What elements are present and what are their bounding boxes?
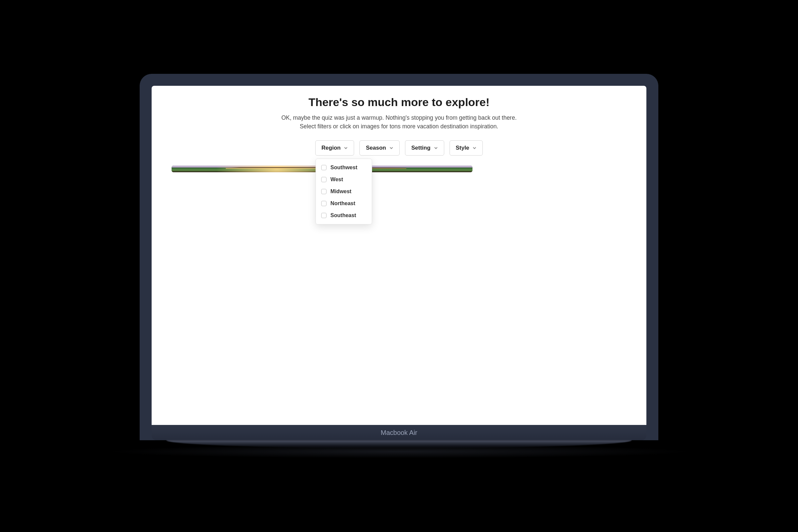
region-option-southeast[interactable]: Southeast (316, 209, 372, 222)
region-checkbox-southwest[interactable] (321, 165, 326, 170)
filter-setting-label: Setting (411, 145, 431, 151)
laptop-screen: There's so much more to explore! OK, may… (152, 86, 646, 425)
region-option-label: Northeast (330, 201, 356, 207)
chevron-down-icon (434, 146, 438, 150)
laptop-bezel: There's so much more to explore! OK, may… (140, 74, 658, 440)
region-option-northeast[interactable]: Northeast (316, 197, 372, 209)
page-content: There's so much more to explore! OK, may… (152, 86, 646, 179)
region-option-label: Southwest (330, 165, 358, 171)
region-checkbox-southeast[interactable] (321, 213, 326, 218)
laptop-mockup: There's so much more to explore! OK, may… (140, 74, 658, 458)
filter-season-label: Season (366, 145, 386, 151)
page-heading: There's so much more to explore! (172, 96, 626, 109)
filter-region[interactable]: Region Southwest West (315, 140, 355, 156)
filter-style[interactable]: Style (450, 140, 483, 156)
region-option-label: West (330, 176, 343, 183)
region-checkbox-northeast[interactable] (321, 201, 326, 206)
region-option-west[interactable]: West (316, 174, 372, 186)
filter-bar: Region Southwest West (172, 140, 626, 156)
laptop-base: Macbook Air (152, 425, 646, 440)
filter-season[interactable]: Season (359, 140, 399, 156)
chevron-down-icon (390, 146, 393, 150)
region-option-label: Southeast (330, 212, 356, 218)
region-option-label: Midwest (330, 189, 352, 194)
chevron-down-icon (344, 146, 348, 150)
region-option-southwest[interactable]: Southwest (316, 162, 372, 174)
filter-setting[interactable]: Setting (405, 140, 444, 156)
filter-style-label: Style (456, 145, 470, 151)
image-gallery (172, 166, 626, 179)
region-dropdown: Southwest West Midwest (316, 158, 372, 225)
region-checkbox-midwest[interactable] (321, 189, 326, 194)
chevron-down-icon (473, 146, 476, 150)
region-option-midwest[interactable]: Midwest (316, 186, 372, 197)
filter-region-label: Region (322, 145, 341, 151)
region-checkbox-west[interactable] (321, 177, 326, 182)
device-label: Macbook Air (381, 429, 417, 437)
page-subheading: OK, maybe the quiz was just a warmup. No… (273, 113, 525, 131)
